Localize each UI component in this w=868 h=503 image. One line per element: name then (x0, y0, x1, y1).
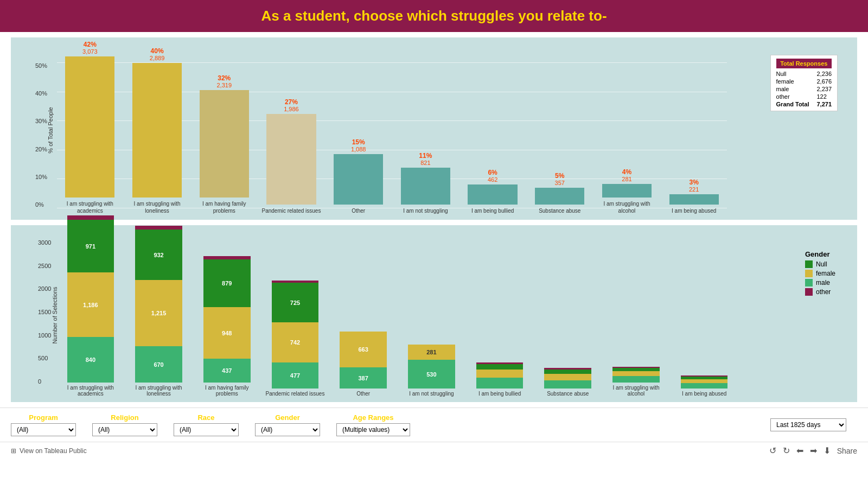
share-icon[interactable]: Share (837, 447, 857, 455)
bar-family: 32% 2,319 I am having familyproblems (191, 74, 257, 214)
bottom-bar-other: 387 663 Other (330, 332, 397, 397)
bar-alcohol: 4% 281 I am struggling withalcohol (594, 168, 660, 214)
bottom-bar-academics: 840 1,186 971 I am struggling withacadem… (57, 215, 124, 397)
bottom-bar-substance: Substance abuse (534, 368, 602, 397)
top-chart-container: % of Total People 50% 40% 30% 20% 10% 0% (11, 37, 857, 220)
program-select[interactable]: (All) (11, 423, 76, 436)
religion-filter: Religion (All) (92, 413, 157, 436)
race-select[interactable]: (All) (174, 423, 239, 436)
religion-select[interactable]: (All) (92, 423, 157, 436)
bar-academics: 42% 3,073 I am struggling withacademics (57, 41, 123, 214)
date-filter: Last 1825 days (770, 418, 846, 431)
tableau-public-link[interactable]: ⊞ View on Tableau Public (11, 447, 87, 455)
bottom-bar-family: 437 948 879 I am having familyproblems (193, 256, 260, 397)
filters-row: Program (All) Religion (All) Race (All) … (0, 408, 868, 442)
toolbar-icons: ↺ ↻ ⬅ ➡ ⬇ Share (769, 445, 857, 456)
null-swatch (805, 260, 813, 268)
gender-filter: Gender (All) (255, 413, 320, 436)
bar-loneliness: 40% 2,889 I am struggling withloneliness (124, 47, 190, 214)
bottom-bar-not-struggling: 530 281 I am not struggling (398, 345, 465, 397)
bottom-bar-loneliness: 670 1,215 932 I am struggling withloneli… (125, 226, 193, 397)
bottom-toolbar: ⊞ View on Tableau Public ↺ ↻ ⬅ ➡ ⬇ Share (0, 442, 868, 459)
top-y-ticks: 50% 40% 30% 20% 10% 0% (35, 62, 47, 208)
male-swatch (805, 279, 813, 286)
bar-pandemic: 27% 1,986 Pandemic related issues (258, 98, 324, 214)
gender-legend: Gender Null female male other (805, 250, 835, 297)
bottom-bars: 840 1,186 971 I am struggling withacadem… (22, 234, 846, 397)
bar-bullied: 6% 462 I am being bullied (459, 169, 526, 214)
redo-icon[interactable]: ↻ (783, 445, 790, 456)
top-bars: 42% 3,073 I am struggling withacademics … (22, 46, 846, 214)
race-filter: Race (All) (174, 413, 239, 436)
forward-icon[interactable]: ➡ (810, 445, 817, 456)
bottom-bar-alcohol: I am struggling withalcohol (603, 367, 670, 397)
download-icon[interactable]: ⬇ (824, 445, 831, 456)
bottom-chart-container: Number of Selections 3000 2500 2000 1500… (11, 225, 857, 402)
bar-not-struggling: 11% 821 I am not struggling (393, 152, 459, 214)
date-select[interactable]: Last 1825 days (770, 418, 846, 431)
bottom-bar-pandemic: 477 742 725 Pandemic related issues (261, 281, 329, 397)
undo-icon[interactable]: ↺ (769, 445, 776, 456)
program-filter: Program (All) (11, 413, 76, 436)
female-swatch (805, 270, 813, 277)
back-icon[interactable]: ⬅ (796, 445, 803, 456)
page-title: As a student, choose which struggles you… (0, 0, 868, 32)
bottom-y-ticks: 3000 2500 2000 1500 1000 500 0 (38, 239, 51, 385)
top-y-axis-label: % of Total People (47, 107, 54, 153)
bottom-y-axis-label: Number of Selections (52, 286, 58, 343)
tableau-icon: ⊞ (11, 447, 16, 455)
gender-select[interactable]: (All) (255, 423, 320, 436)
bar-substance: 5% 357 Substance abuse (527, 172, 593, 214)
bottom-bar-bullied: I am being bullied (466, 362, 533, 397)
bar-other: 15% 1,088 Other (326, 138, 392, 214)
bottom-bar-abused: I am being abused (671, 375, 738, 397)
other-swatch (805, 288, 813, 296)
total-responses-legend: Total Responses Null2,236 female2,676 ma… (770, 55, 838, 111)
age-ranges-select[interactable]: (Multiple values) (336, 423, 410, 436)
age-ranges-filter: Age Ranges (Multiple values) (336, 413, 410, 436)
bar-abused: 3% 221 I am being abused (661, 179, 727, 214)
